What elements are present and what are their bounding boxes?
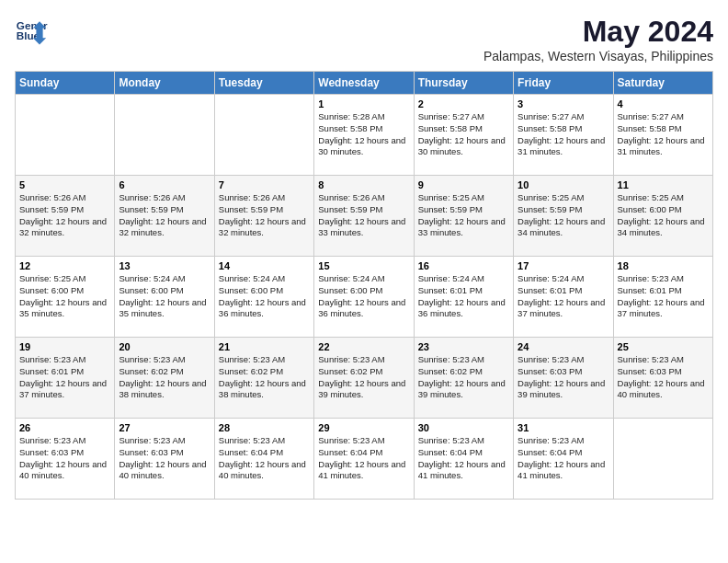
day-number: 24 — [518, 341, 609, 352]
day-number: 14 — [219, 260, 310, 271]
title-block: May 2024 Palampas, Western Visayas, Phil… — [483, 15, 713, 63]
calendar-cell: 17 Sunrise: 5:24 AMSunset: 6:01 PMDaylig… — [514, 257, 613, 338]
cell-content: Sunrise: 5:25 AMSunset: 5:59 PMDaylight:… — [418, 192, 509, 239]
cell-content: Sunrise: 5:24 AMSunset: 6:00 PMDaylight:… — [219, 273, 310, 320]
calendar-cell: 20 Sunrise: 5:23 AMSunset: 6:02 PMDaylig… — [115, 338, 214, 419]
logo-icon: General Blue — [15, 15, 48, 48]
cell-content: Sunrise: 5:24 AMSunset: 6:00 PMDaylight:… — [318, 273, 409, 320]
cell-content: Sunrise: 5:23 AMSunset: 6:03 PMDaylight:… — [19, 435, 110, 482]
calendar-cell: 2 Sunrise: 5:27 AMSunset: 5:58 PMDayligh… — [414, 95, 513, 176]
cell-content: Sunrise: 5:23 AMSunset: 6:03 PMDaylight:… — [518, 354, 609, 401]
calendar-cell: 23 Sunrise: 5:23 AMSunset: 6:02 PMDaylig… — [414, 338, 513, 419]
calendar-cell: 27 Sunrise: 5:23 AMSunset: 6:03 PMDaylig… — [115, 419, 214, 500]
cell-content: Sunrise: 5:28 AMSunset: 5:58 PMDaylight:… — [318, 111, 409, 158]
day-number: 12 — [19, 260, 110, 271]
calendar-cell — [16, 95, 115, 176]
cell-content: Sunrise: 5:26 AMSunset: 5:59 PMDaylight:… — [119, 192, 210, 239]
day-header-thursday: Thursday — [414, 72, 513, 95]
cell-content: Sunrise: 5:23 AMSunset: 6:04 PMDaylight:… — [219, 435, 310, 482]
cell-content: Sunrise: 5:26 AMSunset: 5:59 PMDaylight:… — [19, 192, 110, 239]
day-number: 22 — [318, 341, 409, 352]
calendar-cell: 26 Sunrise: 5:23 AMSunset: 6:03 PMDaylig… — [16, 419, 115, 500]
day-number: 29 — [318, 422, 409, 433]
calendar-cell: 29 Sunrise: 5:23 AMSunset: 6:04 PMDaylig… — [314, 419, 414, 500]
cell-content: Sunrise: 5:26 AMSunset: 5:59 PMDaylight:… — [219, 192, 310, 239]
cell-content: Sunrise: 5:24 AMSunset: 6:01 PMDaylight:… — [418, 273, 509, 320]
day-number: 13 — [119, 260, 210, 271]
day-number: 31 — [518, 422, 609, 433]
cell-content: Sunrise: 5:25 AMSunset: 5:59 PMDaylight:… — [518, 192, 609, 239]
day-number: 7 — [219, 179, 310, 190]
cell-content: Sunrise: 5:25 AMSunset: 6:00 PMDaylight:… — [19, 273, 110, 320]
calendar-cell: 3 Sunrise: 5:27 AMSunset: 5:58 PMDayligh… — [514, 95, 613, 176]
calendar-cell: 7 Sunrise: 5:26 AMSunset: 5:59 PMDayligh… — [214, 176, 313, 257]
cell-content: Sunrise: 5:25 AMSunset: 6:00 PMDaylight:… — [618, 192, 709, 239]
day-number: 6 — [119, 179, 210, 190]
calendar-cell: 16 Sunrise: 5:24 AMSunset: 6:01 PMDaylig… — [414, 257, 513, 338]
cell-content: Sunrise: 5:23 AMSunset: 6:03 PMDaylight:… — [618, 354, 709, 401]
calendar-body: 1 Sunrise: 5:28 AMSunset: 5:58 PMDayligh… — [16, 95, 713, 500]
calendar-cell: 8 Sunrise: 5:26 AMSunset: 5:59 PMDayligh… — [314, 176, 414, 257]
calendar-cell: 18 Sunrise: 5:23 AMSunset: 6:01 PMDaylig… — [613, 257, 712, 338]
cell-content: Sunrise: 5:27 AMSunset: 5:58 PMDaylight:… — [518, 111, 609, 158]
cell-content: Sunrise: 5:23 AMSunset: 6:02 PMDaylight:… — [418, 354, 509, 401]
day-number: 26 — [19, 422, 110, 433]
calendar-cell: 5 Sunrise: 5:26 AMSunset: 5:59 PMDayligh… — [16, 176, 115, 257]
day-number: 21 — [219, 341, 310, 352]
day-number: 10 — [518, 179, 609, 190]
day-number: 17 — [518, 260, 609, 271]
cell-content: Sunrise: 5:27 AMSunset: 5:58 PMDaylight:… — [618, 111, 709, 158]
day-number: 28 — [219, 422, 310, 433]
cell-content: Sunrise: 5:26 AMSunset: 5:59 PMDaylight:… — [318, 192, 409, 239]
day-number: 9 — [418, 179, 509, 190]
calendar-week-3: 12 Sunrise: 5:25 AMSunset: 6:00 PMDaylig… — [16, 257, 713, 338]
calendar-week-5: 26 Sunrise: 5:23 AMSunset: 6:03 PMDaylig… — [16, 419, 713, 500]
day-number: 2 — [418, 98, 509, 109]
calendar-cell: 24 Sunrise: 5:23 AMSunset: 6:03 PMDaylig… — [514, 338, 613, 419]
calendar-cell — [613, 419, 712, 500]
day-number: 19 — [19, 341, 110, 352]
cell-content: Sunrise: 5:23 AMSunset: 6:01 PMDaylight:… — [618, 273, 709, 320]
day-number: 27 — [119, 422, 210, 433]
day-number: 30 — [418, 422, 509, 433]
cell-content: Sunrise: 5:23 AMSunset: 6:04 PMDaylight:… — [418, 435, 509, 482]
calendar-table: SundayMondayTuesdayWednesdayThursdayFrid… — [15, 71, 713, 500]
day-header-tuesday: Tuesday — [214, 72, 313, 95]
calendar-cell: 12 Sunrise: 5:25 AMSunset: 6:00 PMDaylig… — [16, 257, 115, 338]
day-header-monday: Monday — [115, 72, 214, 95]
cell-content: Sunrise: 5:23 AMSunset: 6:04 PMDaylight:… — [318, 435, 409, 482]
day-number: 5 — [19, 179, 110, 190]
day-header-friday: Friday — [514, 72, 613, 95]
day-number: 15 — [318, 260, 409, 271]
calendar-cell: 15 Sunrise: 5:24 AMSunset: 6:00 PMDaylig… — [314, 257, 414, 338]
calendar-cell: 9 Sunrise: 5:25 AMSunset: 5:59 PMDayligh… — [414, 176, 513, 257]
cell-content: Sunrise: 5:23 AMSunset: 6:02 PMDaylight:… — [219, 354, 310, 401]
calendar-cell: 11 Sunrise: 5:25 AMSunset: 6:00 PMDaylig… — [613, 176, 712, 257]
calendar-cell: 1 Sunrise: 5:28 AMSunset: 5:58 PMDayligh… — [314, 95, 414, 176]
calendar-header-row: SundayMondayTuesdayWednesdayThursdayFrid… — [16, 72, 713, 95]
day-number: 25 — [618, 341, 709, 352]
cell-content: Sunrise: 5:23 AMSunset: 6:02 PMDaylight:… — [318, 354, 409, 401]
day-number: 3 — [518, 98, 609, 109]
day-number: 18 — [618, 260, 709, 271]
logo: General Blue — [15, 15, 48, 48]
subtitle: Palampas, Western Visayas, Philippines — [483, 49, 713, 63]
calendar-cell: 4 Sunrise: 5:27 AMSunset: 5:58 PMDayligh… — [613, 95, 712, 176]
day-header-saturday: Saturday — [613, 72, 712, 95]
cell-content: Sunrise: 5:24 AMSunset: 6:01 PMDaylight:… — [518, 273, 609, 320]
cell-content: Sunrise: 5:24 AMSunset: 6:00 PMDaylight:… — [119, 273, 210, 320]
calendar-cell: 28 Sunrise: 5:23 AMSunset: 6:04 PMDaylig… — [214, 419, 313, 500]
calendar-cell: 14 Sunrise: 5:24 AMSunset: 6:00 PMDaylig… — [214, 257, 313, 338]
calendar-cell: 13 Sunrise: 5:24 AMSunset: 6:00 PMDaylig… — [115, 257, 214, 338]
page-header: General Blue May 2024 Palampas, Western … — [15, 15, 713, 63]
cell-content: Sunrise: 5:27 AMSunset: 5:58 PMDaylight:… — [418, 111, 509, 158]
cell-content: Sunrise: 5:23 AMSunset: 6:03 PMDaylight:… — [119, 435, 210, 482]
day-number: 16 — [418, 260, 509, 271]
calendar-week-1: 1 Sunrise: 5:28 AMSunset: 5:58 PMDayligh… — [16, 95, 713, 176]
day-number: 1 — [318, 98, 409, 109]
calendar-week-2: 5 Sunrise: 5:26 AMSunset: 5:59 PMDayligh… — [16, 176, 713, 257]
day-number: 20 — [119, 341, 210, 352]
calendar-cell: 6 Sunrise: 5:26 AMSunset: 5:59 PMDayligh… — [115, 176, 214, 257]
calendar-cell — [115, 95, 214, 176]
day-number: 8 — [318, 179, 409, 190]
